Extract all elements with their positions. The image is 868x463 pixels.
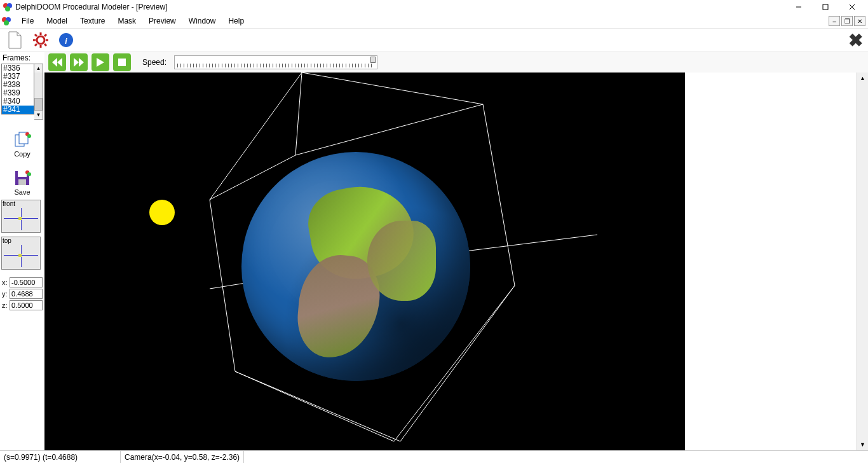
z-label: z:: [2, 301, 8, 309]
menu-mask[interactable]: Mask: [111, 15, 142, 27]
svg-line-37: [295, 104, 483, 155]
svg-rect-26: [18, 171, 27, 177]
toolbar: i ✖: [0, 28, 868, 52]
copy-button[interactable]: Copy: [0, 131, 44, 158]
menu-model[interactable]: Model: [40, 15, 74, 27]
frames-label: Frames:: [0, 52, 44, 64]
svg-marker-32: [74, 58, 79, 67]
y-input[interactable]: [10, 289, 43, 299]
svg-line-39: [235, 371, 394, 441]
vertical-scrollbar[interactable]: ▲ ▼: [857, 73, 868, 450]
rewind-button[interactable]: [48, 53, 66, 71]
new-document-button[interactable]: [5, 30, 25, 50]
app-icon: [3, 2, 13, 12]
copy-label: Copy: [14, 150, 31, 158]
top-view-label: top: [3, 237, 11, 244]
menubar: File Model Texture Mask Preview Window H…: [0, 14, 868, 28]
svg-point-29: [27, 172, 31, 176]
svg-point-10: [37, 36, 44, 44]
play-button[interactable]: [92, 53, 109, 71]
right-panel: [685, 73, 857, 450]
menu-help[interactable]: Help: [222, 15, 250, 27]
speed-slider[interactable]: [174, 55, 377, 69]
titlebar: DelphiDOOM Procedural Modeler - [Preview…: [0, 0, 868, 14]
svg-rect-35: [118, 59, 126, 66]
settings-button[interactable]: [31, 30, 51, 50]
light-marker: [149, 200, 175, 225]
svg-line-17: [44, 34, 46, 36]
svg-point-9: [4, 20, 9, 25]
app-icon: [1, 16, 11, 26]
status-coords: (s=0.9971) (t=0.4688): [0, 451, 121, 463]
svg-rect-27: [18, 179, 26, 185]
info-button[interactable]: i: [56, 30, 76, 50]
3d-viewport[interactable]: [44, 73, 685, 450]
svg-line-15: [35, 34, 37, 36]
menu-file[interactable]: File: [15, 15, 40, 27]
mdi-minimize-button[interactable]: ‒: [829, 16, 840, 26]
window-minimize-button[interactable]: [785, 1, 812, 13]
svg-rect-4: [823, 4, 828, 10]
play-toolbar: Speed:: [44, 52, 868, 73]
menu-window[interactable]: Window: [182, 15, 222, 27]
scroll-up-icon[interactable]: ▲: [34, 64, 43, 73]
window-title: DelphiDOOM Procedural Modeler - [Preview…: [15, 3, 167, 11]
fast-forward-button[interactable]: [70, 53, 88, 71]
svg-marker-30: [52, 58, 57, 67]
svg-line-18: [35, 44, 37, 46]
main-view: Speed:: [44, 52, 868, 450]
svg-point-24: [27, 134, 31, 138]
stop-button[interactable]: [113, 53, 131, 71]
frames-list-item[interactable]: #341: [2, 106, 34, 114]
left-panel: Frames: #336#337#338#339#340#341 ▲ ▼ Cop…: [0, 52, 44, 450]
front-view-box[interactable]: front: [1, 200, 41, 233]
scroll-down-icon[interactable]: ▼: [857, 439, 868, 450]
globe-model: [241, 152, 470, 381]
svg-line-16: [44, 44, 46, 46]
frames-list[interactable]: #336#337#338#339#340#341: [1, 64, 34, 114]
svg-point-2: [5, 6, 10, 11]
menu-texture[interactable]: Texture: [74, 15, 111, 27]
close-preview-button[interactable]: ✖: [848, 30, 863, 51]
y-label: y:: [2, 290, 8, 298]
svg-marker-34: [97, 58, 104, 67]
save-label: Save: [14, 188, 30, 196]
scroll-up-icon[interactable]: ▲: [857, 73, 868, 84]
x-label: x:: [2, 279, 8, 286]
top-view-box[interactable]: top: [1, 237, 41, 270]
z-input[interactable]: [10, 300, 43, 310]
mdi-restore-button[interactable]: ❐: [841, 16, 853, 26]
svg-marker-33: [79, 58, 84, 67]
coordinates-panel: x: y: z:: [2, 277, 43, 312]
mdi-close-button[interactable]: ✕: [854, 16, 865, 26]
menu-preview[interactable]: Preview: [142, 15, 182, 27]
speed-label: Speed:: [142, 58, 166, 67]
status-camera: Camera(x=-0.04, y=0.58, z=-2.36): [121, 451, 244, 463]
svg-marker-31: [57, 58, 62, 67]
x-input[interactable]: [10, 277, 43, 287]
window-close-button[interactable]: [839, 1, 865, 13]
frames-scrollbar[interactable]: ▲ ▼: [34, 64, 43, 120]
window-maximize-button[interactable]: [812, 1, 839, 13]
save-button[interactable]: Save: [0, 169, 44, 196]
svg-line-36: [295, 73, 302, 155]
scroll-down-icon[interactable]: ▼: [34, 111, 43, 119]
statusbar: (s=0.9971) (t=0.4688) Camera(x=-0.04, y=…: [0, 450, 868, 463]
front-view-label: front: [3, 200, 15, 207]
